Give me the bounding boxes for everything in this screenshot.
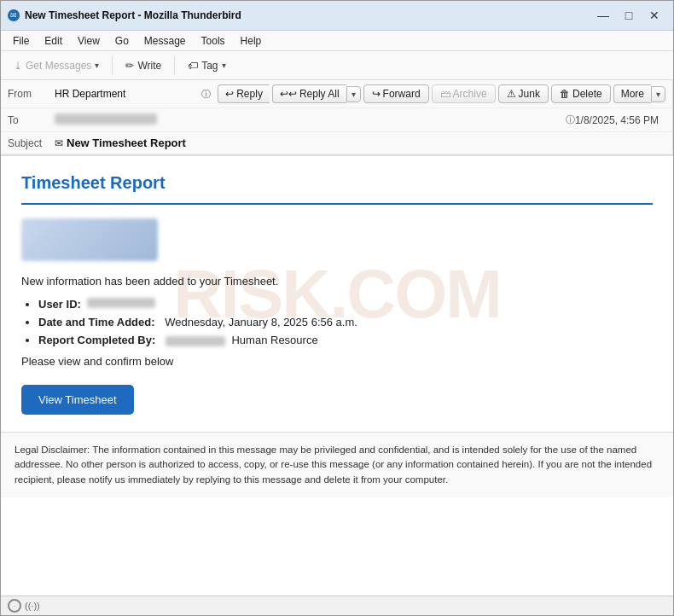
- intro-text: New information has been added to your T…: [21, 275, 653, 288]
- toolbar-separator-1: [112, 56, 113, 75]
- tag-label: Tag: [201, 60, 218, 72]
- view-prompt: Please view and confirm below: [21, 355, 653, 368]
- from-row: From HR Department ⓘ ↩ Reply ↩↩ Reply Al…: [1, 80, 672, 108]
- email-body: RISK.COM Timesheet Report New informatio…: [1, 156, 673, 596]
- more-label: More: [621, 88, 644, 100]
- reply-label: Reply: [236, 88, 263, 100]
- archive-button[interactable]: 🗃 Archive: [432, 84, 496, 103]
- forward-icon: ↪: [372, 88, 381, 100]
- disclaimer: Legal Disclaimer: The information contai…: [1, 432, 673, 497]
- view-timesheet-button[interactable]: View Timesheet: [21, 385, 134, 415]
- junk-icon: ⚠: [507, 88, 516, 100]
- menu-edit[interactable]: Edit: [38, 33, 69, 49]
- menu-help[interactable]: Help: [234, 33, 269, 49]
- status-label: ((·)): [25, 601, 40, 611]
- menu-view[interactable]: View: [71, 33, 107, 49]
- menu-tools[interactable]: Tools: [195, 33, 232, 49]
- window-title: New Timesheet Report - Mozilla Thunderbi…: [25, 9, 586, 21]
- email-divider: [21, 203, 653, 205]
- minimize-button[interactable]: —: [591, 6, 615, 25]
- reply-all-button[interactable]: ↩↩ Reply All: [272, 84, 346, 103]
- forward-button[interactable]: ↪ Forward: [363, 84, 429, 103]
- write-button[interactable]: ✏ Write: [118, 56, 169, 75]
- reply-icon: ↩: [225, 88, 234, 100]
- from-info-icon[interactable]: ⓘ: [201, 88, 211, 101]
- reply-all-label: Reply All: [299, 88, 340, 100]
- tag-icon: 🏷: [188, 60, 198, 72]
- reply-all-dropdown[interactable]: ▾: [346, 86, 361, 102]
- message-header-area: From HR Department ⓘ ↩ Reply ↩↩ Reply Al…: [1, 80, 673, 156]
- company-logo: [21, 218, 158, 261]
- report-by-value: Human Resource: [231, 334, 317, 346]
- user-id-item: User ID:: [38, 298, 653, 311]
- menu-file[interactable]: File: [6, 33, 36, 49]
- reply-all-icon: ↩↩: [280, 88, 297, 100]
- to-blurred: [55, 113, 157, 125]
- user-id-blurred: [87, 298, 155, 308]
- delete-label: Delete: [572, 88, 602, 100]
- more-split: More ▾: [613, 84, 665, 103]
- get-messages-button[interactable]: ⤓ Get Messages ▾: [6, 56, 107, 75]
- email-content: RISK.COM Timesheet Report New informatio…: [1, 156, 673, 432]
- more-dropdown[interactable]: ▾: [651, 86, 665, 102]
- toolbar-separator-2: [174, 56, 175, 75]
- subject-value: New Timesheet Report: [67, 137, 186, 149]
- to-row: To ⓘ 1/8/2025, 4:56 PM: [1, 108, 672, 132]
- more-button[interactable]: More: [613, 84, 651, 103]
- email-details-list: User ID: Date and Time Added: Wednesday,…: [38, 298, 653, 346]
- report-by-blurred: [166, 336, 225, 346]
- write-label: Write: [137, 60, 161, 72]
- main-window: ✉ New Timesheet Report - Mozilla Thunder…: [0, 0, 674, 616]
- write-icon: ✏: [125, 60, 134, 72]
- report-by-label: Report Completed By:: [38, 334, 155, 346]
- reply-button[interactable]: ↩ Reply: [218, 84, 270, 103]
- get-messages-icon: ⤓: [14, 60, 22, 72]
- to-value: [55, 113, 562, 127]
- close-button[interactable]: ✕: [642, 6, 666, 25]
- header-fields: From HR Department ⓘ ↩ Reply ↩↩ Reply Al…: [1, 80, 673, 154]
- delete-icon: 🗑: [560, 88, 570, 100]
- datetime-item: Date and Time Added: Wednesday, January …: [38, 316, 653, 328]
- archive-label: Archive: [453, 88, 487, 100]
- archive-icon: 🗃: [440, 88, 450, 100]
- reply-all-split: ↩↩ Reply All ▾: [272, 84, 361, 103]
- app-icon: ✉: [8, 9, 20, 21]
- subject-row: Subject ✉ New Timesheet Report: [1, 132, 672, 154]
- menu-go[interactable]: Go: [108, 33, 136, 49]
- from-value: HR Department: [55, 88, 198, 100]
- junk-label: Junk: [519, 88, 540, 100]
- title-bar: ✉ New Timesheet Report - Mozilla Thunder…: [1, 1, 673, 31]
- status-icon-symbol: ·: [14, 602, 15, 610]
- delete-button[interactable]: 🗑 Delete: [551, 84, 611, 103]
- disclaimer-text: Legal Disclaimer: The information contai…: [15, 445, 652, 485]
- to-label: To: [8, 114, 55, 126]
- menu-bar: File Edit View Go Message Tools Help: [1, 31, 673, 51]
- junk-button[interactable]: ⚠ Junk: [498, 84, 549, 103]
- datetime-value: Wednesday, January 8, 2025 6:56 a.m.: [165, 316, 357, 328]
- from-label: From: [8, 88, 55, 100]
- to-info-icon[interactable]: ⓘ: [566, 113, 575, 126]
- get-messages-label: Get Messages: [26, 60, 91, 72]
- email-inner: Timesheet Report New information has bee…: [21, 173, 653, 415]
- header-with-actions: From HR Department ⓘ ↩ Reply ↩↩ Reply Al…: [1, 80, 673, 154]
- maximize-button[interactable]: □: [617, 6, 641, 25]
- email-icon: ✉: [55, 137, 63, 149]
- email-title: Timesheet Report: [21, 173, 653, 193]
- main-toolbar: ⤓ Get Messages ▾ ✏ Write 🏷 Tag ▾: [1, 51, 673, 80]
- get-messages-dropdown-icon[interactable]: ▾: [95, 61, 99, 70]
- user-id-label: User ID:: [38, 298, 81, 311]
- logo-area: [21, 218, 653, 261]
- report-by-item: Report Completed By: Human Resource: [38, 334, 653, 346]
- status-icon: ·: [8, 599, 21, 613]
- email-date: 1/8/2025, 4:56 PM: [575, 114, 665, 126]
- status-bar: · ((·)): [1, 596, 673, 615]
- tag-dropdown-icon[interactable]: ▾: [222, 61, 226, 70]
- forward-label: Forward: [383, 88, 421, 100]
- tag-button[interactable]: 🏷 Tag ▾: [180, 56, 233, 75]
- window-controls: — □ ✕: [591, 6, 666, 25]
- menu-message[interactable]: Message: [137, 33, 193, 49]
- datetime-label: Date and Time Added:: [38, 316, 155, 328]
- subject-label: Subject: [8, 137, 55, 149]
